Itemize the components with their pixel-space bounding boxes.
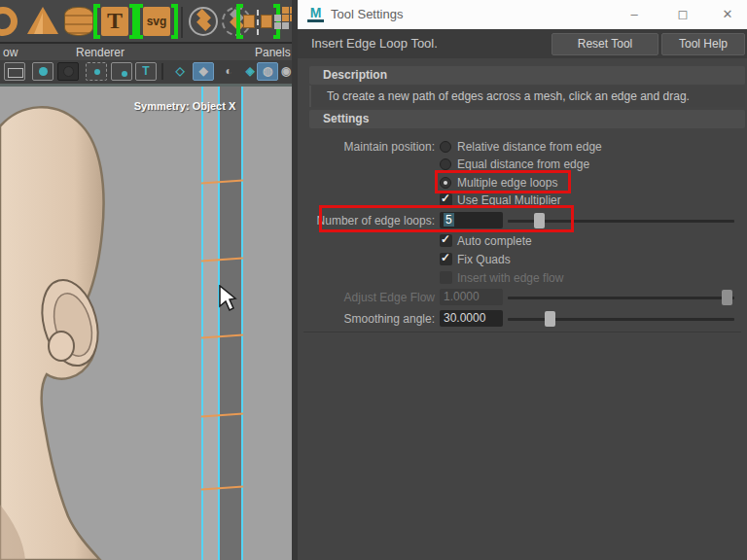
curve-ring-icon[interactable] xyxy=(0,7,18,36)
polygon-barrel-icon[interactable] xyxy=(64,7,93,36)
smoothing-angle-input[interactable]: 30.0000 xyxy=(440,310,503,327)
radio-label: Relative distance from edge xyxy=(457,138,602,156)
checkbox-label: Insert with edge flow xyxy=(457,269,563,287)
playblast-icon[interactable] xyxy=(4,62,25,81)
radio-relative-distance[interactable] xyxy=(440,141,451,153)
tool-settings-window: M Tool Settings – ◻ ✕ Insert Edge Loop T… xyxy=(298,0,747,560)
type-tool-icon[interactable]: T xyxy=(101,7,128,36)
insert-with-edge-flow-checkbox[interactable] xyxy=(440,271,452,284)
smoothing-angle-slider[interactable] xyxy=(508,310,734,328)
reset-tool-button[interactable]: Reset Tool xyxy=(551,33,658,55)
selected-face-strip xyxy=(201,87,243,560)
maya-logo-icon: M xyxy=(307,6,324,22)
fix-quads-row: Fix Quads xyxy=(298,251,747,268)
slider-thumb xyxy=(722,290,732,305)
checkbox-label: Auto complete xyxy=(457,232,532,250)
menu-item-panels[interactable]: Panels xyxy=(255,46,291,60)
edge-loop-preview xyxy=(201,486,243,491)
fix-quads-checkbox[interactable] xyxy=(440,253,452,265)
maintain-position-label: Maintain position: xyxy=(309,138,435,156)
insert-with-edge-flow-row: Insert with edge flow xyxy=(298,269,747,287)
tool-header: Insert Edge Loop Tool. Reset Tool Tool H… xyxy=(298,29,747,58)
description-text: To create a new path of edges across a m… xyxy=(309,86,745,107)
svg-tool-icon[interactable]: svg xyxy=(143,7,170,36)
isolate-select-icon[interactable] xyxy=(111,62,132,81)
edge-loop-preview xyxy=(201,180,243,185)
window-titlebar[interactable]: M Tool Settings – ◻ ✕ xyxy=(298,0,747,29)
polygon-pyramid-icon[interactable] xyxy=(27,7,58,34)
bracket-left-icon xyxy=(93,4,100,39)
radio-equal-distance[interactable] xyxy=(440,158,451,170)
edge-loop-preview xyxy=(201,258,243,262)
menu-item-renderer[interactable]: Renderer xyxy=(76,46,124,60)
window-title: Tool Settings xyxy=(331,0,403,29)
annotation-box-multiple-edge-loops xyxy=(435,170,571,193)
bracket-left-icon xyxy=(236,4,243,39)
viewport[interactable]: Symmetry: Object X xyxy=(0,87,292,560)
maya-main-region: T svg ow Renderer Panels xyxy=(0,0,298,560)
maximize-button[interactable]: ◻ xyxy=(668,0,697,29)
annotation-box-number-of-edge-loops xyxy=(319,205,574,232)
toolbar-separator xyxy=(161,63,163,80)
adjust-edge-flow-label: Adjust Edge Flow xyxy=(309,289,435,306)
marquee-select-icon[interactable] xyxy=(86,62,107,81)
snapshot-icon[interactable] xyxy=(57,62,79,81)
field-chart-icon[interactable]: T xyxy=(135,62,157,81)
auto-complete-row: Auto complete xyxy=(298,232,747,250)
smoothing-angle-label: Smoothing angle: xyxy=(309,310,435,328)
render-region-icon[interactable] xyxy=(32,62,53,81)
bracket-right-icon xyxy=(171,4,178,39)
shelf: T svg xyxy=(0,0,298,44)
edge-loop-preview xyxy=(201,334,243,339)
shaded-mode-icon[interactable]: ◆ xyxy=(193,62,214,81)
tool-help-button[interactable]: Tool Help xyxy=(661,33,745,55)
wireframe-mode-icon[interactable]: ◇ xyxy=(169,62,191,81)
panel-menubar: ow Renderer Panels xyxy=(0,46,298,60)
smoothing-angle-row: Smoothing angle: 30.0000 xyxy=(298,310,747,328)
slider-thumb[interactable] xyxy=(545,311,555,327)
checkbox-label: Fix Quads xyxy=(457,251,511,268)
edge-loop-preview xyxy=(201,413,243,418)
viewport-toolbar: T ◇ ◆ ◐ ◈ ◍ ◉ xyxy=(0,60,298,84)
cursor-icon xyxy=(219,285,240,312)
description-section-header[interactable]: Description xyxy=(309,66,745,85)
tool-name: Insert Edge Loop Tool. xyxy=(311,29,438,58)
adjust-edge-flow-input: 1.0000 xyxy=(440,289,503,305)
adjust-edge-flow-row: Adjust Edge Flow 1.0000 xyxy=(298,289,747,306)
minimize-button[interactable]: – xyxy=(620,0,649,29)
shelf-separator xyxy=(181,7,183,38)
mirror-tool-icon[interactable] xyxy=(243,7,272,36)
auto-complete-checkbox[interactable] xyxy=(440,234,452,247)
adjust-edge-flow-slider xyxy=(508,289,734,306)
head-model[interactable] xyxy=(0,87,292,560)
symmetry-label: Symmetry: Object X xyxy=(112,100,258,112)
bracket-left-icon xyxy=(136,4,143,39)
section-divider xyxy=(303,332,741,332)
combine-tool-icon[interactable] xyxy=(189,7,218,36)
radio-row-relative-distance: Maintain position: Relative distance fro… xyxy=(298,138,747,156)
settings-section-header[interactable]: Settings xyxy=(309,110,745,128)
close-button[interactable]: ✕ xyxy=(713,0,742,29)
bracket-right-icon xyxy=(129,4,136,39)
textured-mode-icon[interactable]: ◐ xyxy=(218,62,239,81)
menu-item-show[interactable]: ow xyxy=(3,46,18,60)
